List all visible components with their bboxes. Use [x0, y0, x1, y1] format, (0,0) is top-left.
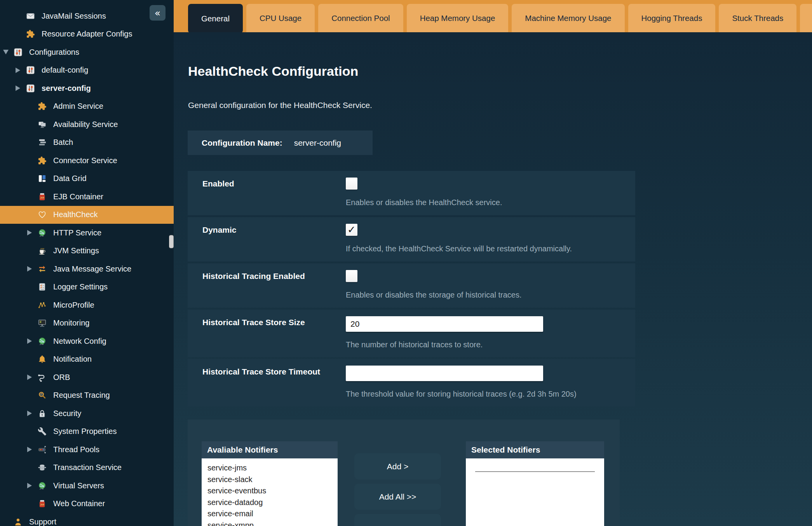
cable-icon: [38, 373, 47, 382]
sidebar-item-web-container[interactable]: JARWeb Container: [0, 495, 174, 513]
field-control-column: The threshold value for storing historic…: [346, 366, 624, 399]
sidebar-item-system-properties[interactable]: System Properties: [0, 423, 174, 441]
field-label: Historical Trace Store Timeout: [202, 366, 346, 399]
sidebar-item-request-tracing[interactable]: Request Tracing: [0, 387, 174, 405]
tab-hogging-threads[interactable]: Hogging Threads: [628, 4, 716, 32]
micro-icon: [38, 301, 47, 310]
sidebar-item-monitoring[interactable]: Monitoring: [0, 314, 174, 333]
tree-expander-icon[interactable]: [27, 411, 38, 416]
sidebar-item-data-grid[interactable]: Data Grid: [0, 170, 174, 188]
sidebar-item-label: Network Config: [53, 337, 106, 346]
available-notifiers-list[interactable]: service-jmsservice-slackservice-eventbus…: [202, 458, 338, 526]
sidebar-item-healthcheck[interactable]: HealthCheck: [0, 206, 174, 224]
add-button[interactable]: Add >: [354, 453, 441, 479]
sidebar-item-orb[interactable]: ORB: [0, 368, 174, 387]
sidebar-item-batch[interactable]: Batch: [0, 134, 174, 152]
tree-expander-icon[interactable]: [27, 483, 38, 488]
historical-trace-store-size-input[interactable]: [346, 316, 543, 332]
notifier-option-service-xmpp[interactable]: service-xmpp: [207, 520, 338, 526]
add-all-button[interactable]: Add All >>: [354, 484, 441, 510]
notifier-option-service-email[interactable]: service-email: [207, 508, 338, 520]
sidebar-item-label: Availability Service: [53, 120, 118, 129]
tree-expander-icon[interactable]: [27, 447, 38, 452]
sidebar-item-http-service[interactable]: HTTP Service: [0, 224, 174, 242]
sidebar-item-label: Thread Pools: [53, 445, 99, 454]
collapse-sidebar-button[interactable]: «: [150, 5, 166, 21]
transfer-button-partial[interactable]: [354, 514, 441, 526]
heart-icon: [38, 210, 47, 219]
sidebar-item-thread-pools[interactable]: Thread Pools: [0, 441, 174, 459]
tab-general[interactable]: General: [188, 4, 243, 33]
tree-expander-icon[interactable]: [27, 374, 38, 380]
field-control-column: Enables or disables the storage of histo…: [346, 270, 624, 300]
tab-machine-memory-usage[interactable]: Machine Memory Usage: [512, 4, 624, 32]
tree-expander-icon[interactable]: [27, 338, 38, 344]
form-row-enabled: EnabledEnables or disables the HealthChe…: [188, 171, 635, 215]
globe-icon: [38, 228, 47, 237]
triangle-down-icon: [3, 50, 9, 54]
sidebar-item-notification[interactable]: Notification: [0, 350, 174, 369]
tab-partial[interactable]: [800, 4, 812, 32]
sidebar-item-javamail-sessions[interactable]: JavaMail Sessions: [0, 7, 174, 25]
empty-selection-line: [475, 471, 595, 472]
threads-icon: [38, 445, 47, 454]
sidebar-scrollbar-thumb[interactable]: [169, 235, 174, 248]
sidebar-item-transaction-service[interactable]: Transaction Service: [0, 459, 174, 477]
coffee-icon: [38, 246, 47, 255]
tree-expander-icon[interactable]: [16, 68, 26, 73]
sidebar-item-support[interactable]: Support: [0, 513, 174, 526]
sidebar-item-label: Resource Adapter Configs: [42, 30, 132, 38]
lock-icon: [38, 409, 47, 418]
notifier-option-service-eventbus[interactable]: service-eventbus: [207, 485, 338, 497]
sidebar-item-configurations[interactable]: Configurations: [0, 43, 174, 61]
triangle-right-icon: [27, 338, 32, 344]
sidebar-item-jvm-settings[interactable]: JVM Settings: [0, 242, 174, 260]
selected-notifiers-list[interactable]: [466, 458, 604, 526]
tab-stuck-threads[interactable]: Stuck Threads: [719, 4, 796, 32]
sidebar-item-java-message-service[interactable]: Java Message Service: [0, 260, 174, 278]
tab-connection-pool[interactable]: Connection Pool: [318, 4, 403, 32]
available-notifiers-header: Avaliable Notifiers: [202, 441, 338, 458]
dynamic-checkbox[interactable]: ✓: [346, 224, 357, 236]
tree-expander-icon[interactable]: [3, 50, 14, 54]
sidebar-item-connector-service[interactable]: Connector Service: [0, 152, 174, 170]
sidebar-item-logger-settings[interactable]: Logger Settings: [0, 278, 174, 296]
form-row-historical-trace-store-size: Historical Trace Store SizeThe number of…: [188, 310, 635, 357]
tab-bar: GeneralCPU UsageConnection PoolHeap Memo…: [174, 0, 812, 32]
sidebar-item-label: Virtual Servers: [53, 481, 104, 490]
sidebar-item-server-config[interactable]: server-config: [0, 79, 174, 98]
sidebar-item-security[interactable]: Security: [0, 404, 174, 423]
historical-tracing-enabled-checkbox[interactable]: [346, 270, 357, 282]
sidebar-item-label: Java Message Service: [53, 265, 131, 273]
sidebar-item-resource-adapter-configs[interactable]: Resource Adapter Configs: [0, 25, 174, 44]
sidebar-item-virtual-servers[interactable]: Virtual Servers: [0, 477, 174, 495]
triangle-right-icon: [27, 374, 32, 380]
field-label: Enabled: [202, 178, 346, 207]
tree-expander-icon[interactable]: [27, 230, 38, 235]
sliders-icon: [26, 66, 35, 75]
sidebar-item-admin-service[interactable]: Admin Service: [0, 98, 174, 116]
sidebar-item-label: Transaction Service: [53, 463, 122, 472]
sidebar: JavaMail SessionsResource Adapter Config…: [0, 0, 174, 526]
sidebar-item-network-config[interactable]: Network Config: [0, 332, 174, 350]
historical-trace-store-timeout-input[interactable]: [346, 366, 543, 381]
sidebar-item-ejb-container[interactable]: JAREJB Container: [0, 188, 174, 206]
enabled-checkbox[interactable]: [346, 178, 357, 190]
notifier-option-service-slack[interactable]: service-slack: [207, 474, 338, 486]
sidebar-item-microprofile[interactable]: MicroProfile: [0, 296, 174, 314]
triangle-right-icon: [27, 411, 32, 416]
svg-text:JAR: JAR: [40, 503, 44, 506]
globe-icon: [38, 337, 47, 346]
jar-icon: JAR: [38, 499, 47, 508]
tab-heap-memory-usage[interactable]: Heap Memory Usage: [407, 4, 509, 32]
notifier-option-service-jms[interactable]: service-jms: [207, 462, 338, 474]
sidebar-item-label: JavaMail Sessions: [42, 12, 106, 21]
notifier-option-service-datadog[interactable]: service-datadog: [207, 497, 338, 509]
tree-expander-icon[interactable]: [27, 266, 38, 272]
main-content: HealthCheck Configuration General config…: [174, 32, 812, 526]
sidebar-item-default-config[interactable]: default-config: [0, 61, 174, 80]
monitor-icon: [38, 319, 47, 327]
tab-cpu-usage[interactable]: CPU Usage: [246, 4, 315, 32]
tree-expander-icon[interactable]: [16, 85, 26, 91]
sidebar-item-availability-service[interactable]: Availability Service: [0, 115, 174, 134]
